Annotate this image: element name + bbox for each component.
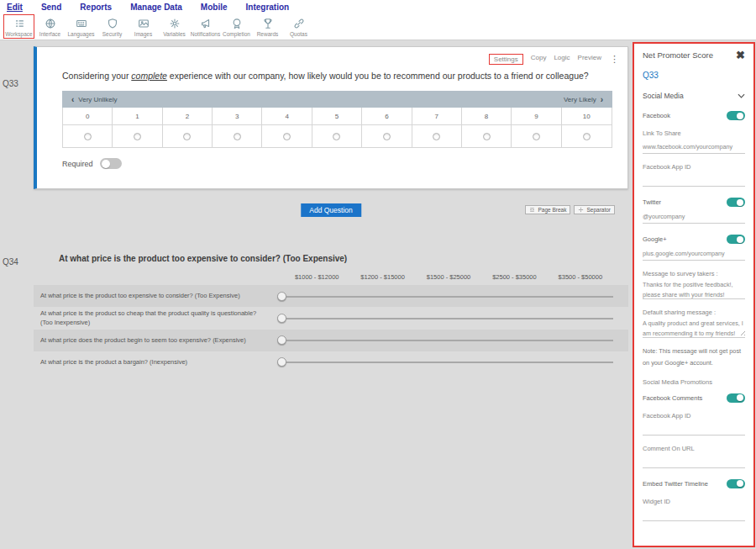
nps-radio-cell — [512, 125, 561, 147]
social-media-dropdown[interactable]: Social Media — [643, 92, 745, 100]
logic-button[interactable]: Logic — [554, 54, 570, 65]
google-plus-row: Google+ — [643, 235, 745, 244]
twitter-handle-input[interactable] — [643, 209, 745, 224]
more-options-icon[interactable]: ⋮ — [610, 54, 619, 65]
page-break-button[interactable]: Page Break — [525, 205, 570, 214]
price-range-header: $1200 - $15000 — [349, 273, 415, 281]
message-to-takers-label: Message to survey takers : — [643, 270, 745, 277]
separator-button[interactable]: Separator — [574, 205, 615, 214]
panel-header: Net Promoter Score ✖ — [643, 50, 745, 60]
default-sharing-textarea[interactable]: A quality product and great services, I … — [643, 316, 745, 338]
default-sharing-label: Default sharing message : — [643, 309, 745, 316]
facebook-toggle[interactable] — [727, 111, 745, 120]
toolbar-item-workspace[interactable]: Workspace — [3, 14, 34, 39]
toolbar-item-label: Quotas — [290, 31, 307, 37]
toggle-knob — [737, 199, 743, 206]
toolbar-item-security[interactable]: Security — [97, 14, 128, 39]
nps-scale: ‹ Very Unlikely Very Likely › 0123456789… — [62, 91, 612, 148]
nps-radio-cell — [262, 125, 312, 147]
menu-item-integration[interactable]: Integration — [246, 3, 290, 12]
q34-row: At what price is the product a bargain? … — [34, 351, 628, 373]
preview-button[interactable]: Preview — [578, 54, 601, 65]
scale-right-label: Very Likely — [564, 96, 596, 103]
nps-radio[interactable] — [333, 133, 340, 140]
toggle-knob — [102, 160, 110, 168]
scale-right-chevron-icon[interactable]: › — [601, 95, 603, 104]
required-toggle[interactable] — [100, 158, 122, 169]
interface-icon — [44, 17, 57, 30]
question-q34[interactable]: At what price is the product too expensi… — [34, 227, 628, 373]
toolbar-item-images[interactable]: Images — [128, 14, 159, 39]
google-plus-url-input[interactable] — [643, 246, 745, 261]
price-slider[interactable] — [277, 292, 613, 301]
nps-radio[interactable] — [533, 133, 540, 140]
nps-radio[interactable] — [483, 133, 491, 140]
twitter-toggle[interactable] — [727, 198, 745, 207]
slider-handle[interactable] — [277, 314, 286, 323]
close-icon[interactable]: ✖ — [736, 51, 745, 60]
settings-panel: Net Promoter Score ✖ Q33 Social Media Fa… — [633, 42, 755, 547]
menu-item-mobile[interactable]: Mobile — [201, 3, 228, 12]
widget-id-input[interactable] — [643, 509, 745, 521]
menu-item-reports[interactable]: Reports — [80, 3, 112, 12]
price-slider[interactable] — [277, 335, 613, 345]
slider-handle[interactable] — [277, 335, 286, 345]
question-card-q33[interactable]: SettingsCopyLogicPreview ⋮ Considering y… — [34, 46, 628, 189]
slider-handle[interactable] — [277, 357, 286, 367]
link-to-share-input[interactable] — [643, 140, 745, 154]
q34-row: At what price is the product too expensi… — [34, 285, 628, 307]
comment-on-url-input[interactable] — [643, 456, 745, 468]
nps-radio[interactable] — [84, 133, 92, 140]
nps-radio-cell — [562, 125, 612, 147]
menu-item-manage-data[interactable]: Manage Data — [130, 3, 182, 12]
nps-radio[interactable] — [134, 133, 141, 140]
add-question-button[interactable]: Add Question — [301, 203, 361, 217]
toolbar-item-label: Languages — [67, 31, 94, 37]
toggle-knob — [737, 480, 743, 487]
slider-handle[interactable] — [277, 292, 286, 301]
nps-radio[interactable] — [383, 133, 391, 140]
slider-track — [277, 340, 613, 341]
facebook-app-id-input[interactable] — [643, 174, 745, 187]
toolbar-item-quotas[interactable]: Quotas — [283, 14, 314, 39]
completion-icon — [230, 17, 244, 30]
nps-radio[interactable] — [283, 133, 291, 140]
q34-row-label: At what price is the product a bargain? … — [34, 357, 269, 367]
price-slider[interactable] — [277, 314, 613, 323]
embed-twitter-toggle[interactable] — [727, 479, 745, 488]
menu-item-send[interactable]: Send — [41, 3, 61, 12]
nps-radio[interactable] — [433, 133, 440, 140]
message-to-takers-textarea[interactable]: Thanks for the positive feedback!, pleas… — [643, 277, 745, 299]
social-media-promotions-label: Social Media Promotions — [643, 378, 745, 386]
copy-button[interactable]: Copy — [531, 54, 547, 65]
menu-item-edit[interactable]: Edit — [7, 3, 23, 12]
facebook-comments-label: Facebook Comments — [643, 394, 702, 402]
required-label: Required — [62, 160, 93, 168]
nps-scale-header: ‹ Very Unlikely Very Likely › — [62, 91, 612, 108]
question-text-after: experience with our company, how likely … — [167, 71, 589, 81]
workspace-icon — [13, 17, 26, 30]
price-slider[interactable] — [277, 357, 613, 367]
scale-left-chevron-icon[interactable]: ‹ — [71, 95, 74, 104]
toolbar-item-languages[interactable]: Languages — [66, 14, 97, 39]
nps-radio-cell — [213, 125, 262, 147]
toolbar-item-completion[interactable]: Completion — [221, 14, 252, 39]
toolbar-item-notifications[interactable]: Notifications — [190, 14, 221, 39]
toolbar-item-label: Variables — [163, 31, 186, 37]
toolbar-item-rewards[interactable]: Rewards — [252, 14, 283, 39]
toolbar-item-label: Security — [102, 31, 122, 37]
toolbar-item-interface[interactable]: Interface — [34, 14, 66, 39]
nps-radio-row — [62, 125, 612, 148]
google-plus-toggle[interactable] — [727, 235, 745, 244]
nps-radio[interactable] — [234, 133, 241, 140]
q34-row-label: At what price is the product so cheap th… — [34, 309, 269, 328]
settings-button[interactable]: Settings — [489, 54, 523, 65]
facebook-app-id2-input[interactable] — [643, 423, 745, 436]
toolbar-item-variables[interactable]: Variables — [159, 14, 190, 39]
panel-question-id: Q33 — [643, 71, 745, 80]
price-range-header: $2500 - $35000 — [481, 273, 547, 281]
nps-value-row: 012345678910 — [62, 108, 612, 125]
facebook-comments-toggle[interactable] — [727, 393, 745, 403]
nps-radio[interactable] — [183, 133, 191, 140]
nps-radio[interactable] — [583, 133, 591, 140]
